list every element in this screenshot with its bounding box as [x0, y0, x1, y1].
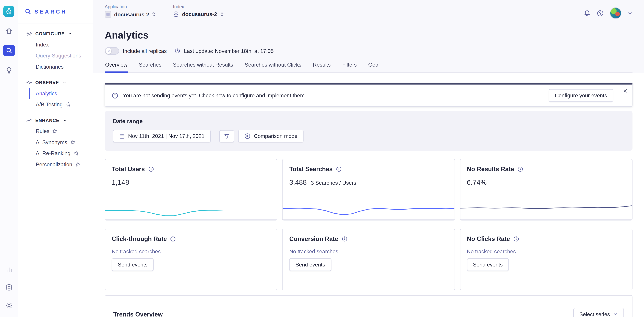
metric-message: No tracked searches: [112, 248, 270, 254]
gear-icon[interactable]: [3, 300, 14, 311]
select-series-dropdown[interactable]: Select series: [573, 308, 624, 317]
sidebar-item-rules[interactable]: Rules: [29, 126, 93, 137]
sidebar-item-label: Index: [36, 42, 49, 48]
banner-message: You are not sending events yet. Check ho…: [123, 92, 306, 98]
sidebar-header-enhance[interactable]: ENHANCE: [18, 118, 93, 126]
include-replicas-label: Include all replicas: [123, 48, 167, 54]
metric-caption: 3 Searches / Users: [311, 180, 356, 186]
tab-filters[interactable]: Filters: [342, 62, 357, 72]
sidebar-item-personalization[interactable]: Personalization: [29, 159, 93, 170]
tab-overview[interactable]: Overview: [105, 62, 128, 72]
info-icon[interactable]: [148, 166, 154, 172]
star-icon[interactable]: [73, 151, 79, 156]
activity-icon: [26, 80, 32, 85]
chevron-down-icon[interactable]: [628, 11, 632, 16]
home-icon[interactable]: [3, 25, 14, 36]
close-icon: [107, 50, 110, 52]
star-icon[interactable]: [75, 162, 80, 167]
index-select[interactable]: docusaurus-2: [173, 11, 224, 17]
main-content: Application docusaurus-2 Index: [93, 0, 644, 317]
bell-icon[interactable]: [584, 10, 590, 16]
sidebar-item-query-suggestions[interactable]: Query Suggestions: [29, 50, 93, 61]
sidebar-header-configure[interactable]: CONFIGURE: [18, 31, 93, 39]
metric-card-no-clicks-rate: No Clicks Rate No tracked searches Send …: [460, 229, 632, 290]
bar-chart-icon[interactable]: [3, 264, 14, 275]
tab-results[interactable]: Results: [312, 62, 331, 72]
metric-value: 1,148: [112, 178, 129, 187]
sidebar-item-label: AI Re-Ranking: [36, 150, 70, 156]
metric-title: Total Users: [112, 166, 145, 172]
last-update-text: Last update: November 18th, at 17:05: [184, 48, 274, 54]
database-icon[interactable]: [3, 282, 14, 293]
select-caret-icon: [152, 12, 156, 17]
sidebar-section-configure: CONFIGURE Index Query Suggestions Dictio…: [18, 23, 93, 72]
send-events-button[interactable]: Send events: [289, 258, 331, 271]
info-icon[interactable]: [336, 166, 342, 172]
info-icon[interactable]: [518, 166, 523, 172]
metric-card-conversion-rate: Conversion Rate No tracked searches Send…: [282, 229, 455, 290]
avatar[interactable]: [610, 8, 621, 19]
configure-events-button[interactable]: Configure your events: [549, 89, 613, 102]
application-value: docusaurus-2: [114, 11, 149, 18]
star-icon[interactable]: [70, 140, 76, 145]
metric-title: Click-through Rate: [112, 235, 167, 242]
chevron-down-icon: [63, 118, 67, 122]
divider: [215, 131, 215, 141]
sidebar-item-analytics[interactable]: Analytics: [29, 88, 93, 99]
topbar-right: [584, 4, 632, 19]
sidebar-item-ai-re-ranking[interactable]: AI Re-Ranking: [29, 148, 93, 159]
analytics-tabs: Overview Searches Searches without Resul…: [105, 62, 632, 73]
comparison-mode-button[interactable]: Comparison mode: [238, 130, 304, 142]
metric-title: Conversion Rate: [289, 235, 338, 242]
star-icon[interactable]: [66, 102, 71, 107]
tab-geo[interactable]: Geo: [368, 62, 379, 72]
info-icon[interactable]: [513, 236, 519, 242]
tab-searches-without-results[interactable]: Searches without Results: [172, 62, 234, 72]
sidebar-section-observe: OBSERVE Analytics A/B Testing: [18, 72, 93, 110]
tab-searches-without-clicks[interactable]: Searches without Clicks: [244, 62, 302, 72]
filter-button[interactable]: [220, 130, 234, 142]
search-product-icon[interactable]: [3, 45, 14, 56]
sidebar-item-ab-testing[interactable]: A/B Testing: [29, 99, 93, 110]
metric-card-no-results-rate: No Results Rate 6.74%: [460, 159, 632, 220]
send-events-button[interactable]: Send events: [112, 258, 154, 271]
sidebar-item-label: Rules: [36, 128, 49, 134]
star-icon[interactable]: [52, 128, 58, 134]
sidebar-item-dictionaries[interactable]: Dictionaries: [29, 61, 93, 72]
sidebar-item-index[interactable]: Index: [29, 39, 93, 50]
close-icon[interactable]: [622, 88, 628, 94]
info-icon[interactable]: [342, 236, 347, 242]
include-replicas-toggle[interactable]: [105, 47, 119, 54]
calendar-icon: [119, 133, 125, 139]
trends-overview-card: Trends Overview Select series: [105, 295, 632, 317]
sidebar: SEARCH CONFIGURE Index: [18, 0, 93, 317]
section-label: OBSERVE: [35, 80, 59, 85]
sidebar-item-ai-synonyms[interactable]: AI Synonyms: [29, 137, 93, 148]
page-title: Analytics: [105, 30, 632, 41]
send-events-button[interactable]: Send events: [467, 258, 509, 271]
timer-app-icon[interactable]: [3, 6, 14, 17]
sidebar-item-label: Analytics: [36, 90, 57, 96]
date-range-title: Date range: [113, 118, 624, 124]
chevron-down-icon: [613, 312, 618, 317]
chevron-down-icon: [62, 80, 66, 84]
events-banner: You are not sending events yet. Check ho…: [105, 83, 632, 106]
sidebar-nav: CONFIGURE Index Query Suggestions Dictio…: [18, 23, 93, 170]
application-select-group: Application docusaurus-2: [105, 4, 156, 18]
info-icon[interactable]: [170, 236, 176, 242]
sidebar-section-enhance: ENHANCE Rules AI Synonyms: [18, 110, 93, 170]
product-rail: [0, 0, 18, 317]
tab-searches[interactable]: Searches: [138, 62, 162, 72]
metric-value: 6.74%: [467, 178, 487, 187]
date-range-value: Nov 11th, 2021 | Nov 17th, 2021: [128, 133, 204, 139]
date-range-picker[interactable]: Nov 11th, 2021 | Nov 17th, 2021: [113, 130, 210, 142]
lightbulb-icon[interactable]: [3, 64, 14, 76]
total-users-sparkline: [105, 198, 277, 220]
sidebar-item-label: Personalization: [36, 161, 72, 168]
help-icon[interactable]: [597, 10, 604, 16]
sidebar-header-observe[interactable]: OBSERVE: [18, 80, 93, 88]
metric-message: No tracked searches: [467, 248, 626, 254]
application-select[interactable]: docusaurus-2: [105, 11, 156, 18]
search-logo-text: SEARCH: [34, 8, 67, 14]
metric-card-total-searches: Total Searches 3,488 3 Searches / Users: [282, 159, 455, 220]
